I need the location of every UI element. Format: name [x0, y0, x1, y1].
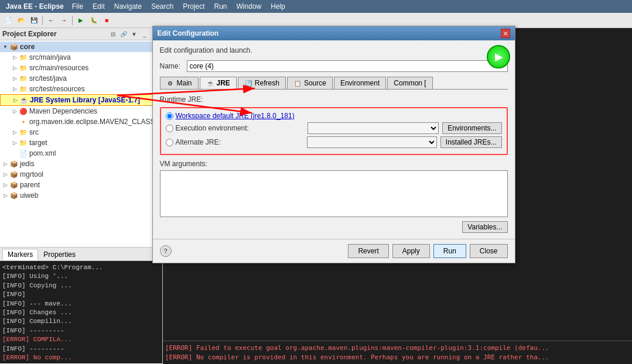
- menu-run[interactable]: Run: [210, 1, 232, 12]
- error-line1: [ERROR] Failed to execute goal org.apach…: [165, 344, 630, 352]
- tree-item-parent[interactable]: ▷ 📦 parent: [0, 180, 162, 190]
- tree-item-src-main-java[interactable]: ▷ 📁 src/main/java: [0, 52, 162, 63]
- tree-item-classpath[interactable]: 🔸 org.maven.ide.eclipse.MAVEN2_CLASSPATH…: [0, 116, 162, 127]
- tree-label-src-test-java: src/test/java: [29, 74, 67, 83]
- dialog-content: Edit configuration and launch. ▶ Name: ⚙: [153, 40, 515, 263]
- tree-item-uiweb[interactable]: ▷ 📦 uiweb: [0, 190, 162, 201]
- expand-classpath: [11, 118, 19, 126]
- config-tabs: ⚙ Main ☕ JRE 🔄 Refresh 📋 Source: [160, 77, 508, 90]
- alt-jre-dropdown[interactable]: [307, 136, 437, 148]
- minimize-icon[interactable]: _: [140, 29, 149, 39]
- tree-item-src-test-resources[interactable]: ▷ 📁 src/test/resources: [0, 84, 162, 94]
- tree-label-src-main-java: src/main/java: [29, 53, 71, 61]
- tree-item-jre[interactable]: ▷ ☕ JRE System Library [JavaSE-1.7]: [0, 94, 162, 106]
- toolbar-stop[interactable]: ■: [101, 15, 112, 26]
- console-line-9: [INFO] ---------: [2, 345, 160, 353]
- environments-button[interactable]: Environments...: [442, 122, 501, 134]
- vm-args-textarea[interactable]: [160, 170, 508, 217]
- edit-configuration-dialog: Edit Configuration ✕ Edit configuration …: [152, 26, 515, 263]
- toolbar-sep2: [72, 16, 73, 25]
- project-tree: ▼ 📦 core ▷ 📁 src/main/java ▷ 📁 src/main/…: [0, 40, 162, 247]
- menu-window[interactable]: Window: [232, 1, 267, 12]
- tree-item-src-main-resources[interactable]: ▷ 📁 src/main/resources: [0, 63, 162, 73]
- tree-label-src-main-resources: src/main/resources: [29, 64, 88, 72]
- footer-buttons: Revert Apply Run Close: [348, 244, 507, 258]
- console-line-7: [INFO] ---------: [2, 327, 160, 335]
- bottom-panel: Markers Properties <terminated> C:\Progr…: [0, 247, 162, 364]
- tab-properties[interactable]: Properties: [38, 249, 81, 260]
- tab-source[interactable]: 📋 Source: [287, 77, 333, 89]
- variables-row: Variables...: [160, 221, 508, 233]
- radio-workspace-jre[interactable]: [166, 112, 173, 120]
- folder-icon2: 📁: [19, 63, 28, 73]
- workspace-jre-label[interactable]: Workspace default JRE (jre1.8.0_181): [176, 112, 295, 120]
- tree-item-target[interactable]: ▷ 📁 target: [0, 138, 162, 148]
- panel-menu-icon[interactable]: ▼: [129, 29, 139, 39]
- tab-refresh[interactable]: 🔄 Refresh: [238, 77, 286, 89]
- tab-main[interactable]: ⚙ Main: [160, 77, 199, 89]
- toolbar-debug[interactable]: 🐛: [88, 15, 100, 26]
- menu-help[interactable]: Help: [266, 1, 290, 12]
- menu-file[interactable]: File: [67, 1, 88, 12]
- run-button-large[interactable]: ▶: [487, 45, 510, 68]
- collapse-all-icon[interactable]: ⊟: [108, 29, 118, 39]
- radio-exec-env[interactable]: [166, 125, 173, 132]
- run-button[interactable]: Run: [433, 244, 466, 258]
- apply-button[interactable]: Apply: [392, 244, 430, 258]
- tab-source-label: Source: [304, 79, 326, 87]
- tab-common[interactable]: Common [: [387, 77, 432, 89]
- menu-edit[interactable]: Edit: [88, 1, 110, 12]
- revert-button[interactable]: Revert: [348, 244, 388, 258]
- tree-item-jedis[interactable]: ▷ 📦 jedis: [0, 159, 162, 169]
- refresh-tab-icon: 🔄: [244, 79, 252, 87]
- help-button[interactable]: ?: [160, 245, 172, 257]
- menu-items: File Edit Navigate Search Project Run Wi…: [67, 1, 290, 12]
- runtime-jre-label: Runtime JRE:: [160, 95, 508, 104]
- variables-button[interactable]: Variables...: [462, 221, 507, 233]
- toolbar-run[interactable]: ▶: [75, 15, 87, 26]
- menu-navigate[interactable]: Navigate: [110, 1, 146, 12]
- tab-jre[interactable]: ☕ JRE: [200, 77, 237, 89]
- tree-label-jedis: jedis: [20, 160, 35, 168]
- console-line-11: [INFO] 1 error: [2, 362, 160, 363]
- console-line-5: [INFO] Changes ...: [2, 308, 160, 317]
- toolbar-new[interactable]: 📄: [2, 15, 14, 26]
- tree-item-pom[interactable]: 📄 pom.xml: [0, 148, 162, 159]
- src-icon: 📁: [19, 128, 28, 137]
- uiweb-icon: 📦: [9, 191, 19, 200]
- expand-src-test: ▷: [11, 74, 19, 83]
- tree-item-core[interactable]: ▼ 📦 core: [0, 42, 162, 52]
- tree-item-mgrtool[interactable]: ▷ 📦 mgrtool: [0, 169, 162, 180]
- vm-args-label: VM arguments:: [160, 160, 508, 168]
- toolbar-forward[interactable]: →: [58, 15, 70, 26]
- installed-jres-button[interactable]: Installed JREs...: [440, 136, 502, 148]
- toolbar-save[interactable]: 💾: [28, 15, 40, 26]
- close-button[interactable]: Close: [470, 244, 508, 258]
- menu-project[interactable]: Project: [178, 1, 209, 12]
- console-line-10: [ERROR] No comp...: [2, 353, 160, 362]
- tab-environment[interactable]: Environment: [334, 77, 386, 89]
- tree-item-maven-deps[interactable]: ▷ 🔴 Maven Dependencies: [0, 106, 162, 116]
- tree-item-src[interactable]: ▷ 📁 src: [0, 127, 162, 138]
- tree-label-mgrtool: mgrtool: [20, 170, 43, 178]
- tree-item-src-test-java[interactable]: ▷ 📁 src/test/java: [0, 73, 162, 84]
- dialog-body: Edit configuration and launch. ▶ Name: ⚙: [153, 40, 515, 239]
- toolbar-open[interactable]: 📂: [15, 15, 27, 26]
- name-input[interactable]: [187, 60, 508, 72]
- left-panel: Project Explorer ⊟ 🔗 ▼ _ □ ▼ 📦 core ▷ 📁 …: [0, 28, 163, 364]
- toolbar-back[interactable]: ←: [45, 15, 57, 26]
- tab-markers[interactable]: Markers: [2, 249, 38, 260]
- console-line-3: [INFO]: [2, 290, 160, 299]
- expand-uiweb: ▷: [1, 191, 9, 200]
- tab-jre-label: JRE: [217, 79, 230, 87]
- exec-env-dropdown[interactable]: [308, 122, 439, 134]
- close-dialog-button[interactable]: ✕: [501, 29, 510, 38]
- radio-alt-jre[interactable]: [166, 139, 173, 146]
- mgrtool-icon: 📦: [9, 170, 19, 179]
- link-icon[interactable]: 🔗: [119, 29, 128, 39]
- tab-refresh-label: Refresh: [255, 79, 279, 87]
- console-line-6: [INFO] Compilin...: [2, 317, 160, 326]
- tab-common-label: Common [: [394, 79, 426, 87]
- menu-search[interactable]: Search: [146, 1, 178, 12]
- dialog-subtitle: Edit configuration and launch.: [160, 46, 508, 54]
